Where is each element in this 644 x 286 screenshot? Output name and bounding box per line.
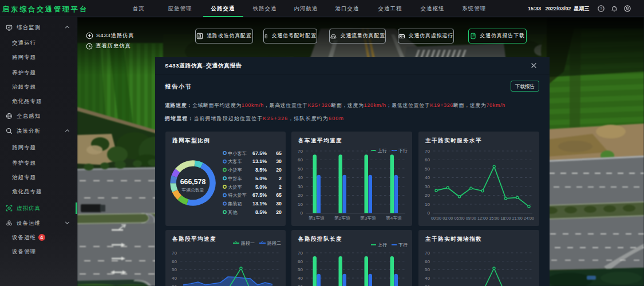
svg-text:10: 10 (425, 202, 430, 207)
svg-text:70: 70 (298, 149, 303, 154)
svg-text:大货车: 大货车 (228, 185, 242, 190)
svg-text:30: 30 (425, 184, 430, 189)
svg-text:其他: 其他 (228, 210, 238, 215)
svg-text:15:00: 15:00 (489, 216, 499, 221)
svg-text:5.0%: 5.0% (255, 184, 267, 190)
svg-text:小货车: 小货车 (228, 168, 242, 173)
svg-text:60: 60 (298, 157, 303, 162)
svg-text:13.1%: 13.1% (252, 201, 267, 206)
svg-text:10: 10 (298, 202, 303, 207)
svg-text:中货车: 中货车 (228, 176, 242, 181)
svg-text:60: 60 (425, 157, 430, 162)
svg-text:67.5%: 67.5% (252, 192, 267, 198)
svg-text:00:00: 00:00 (431, 216, 441, 221)
svg-text:0: 0 (428, 210, 430, 216)
svg-text:2: 2 (279, 184, 282, 190)
svg-text:40: 40 (298, 276, 303, 281)
svg-text:50: 50 (172, 267, 177, 272)
svg-text:09:00: 09:00 (466, 216, 476, 221)
svg-text:13.1%: 13.1% (252, 158, 267, 164)
svg-text:8.5%: 8.5% (255, 209, 267, 215)
svg-text:8.5%: 8.5% (255, 167, 267, 173)
svg-text:70: 70 (298, 251, 303, 256)
svg-text:0: 0 (301, 210, 303, 216)
svg-text:?: ? (600, 6, 602, 11)
svg-text:666,578: 666,578 (180, 178, 206, 186)
svg-text:集装箱: 集装箱 (228, 201, 242, 206)
svg-text:特大货车: 特大货车 (228, 193, 247, 198)
svg-text:30: 30 (276, 201, 282, 206)
svg-text:30: 30 (298, 184, 303, 189)
svg-text:40: 40 (298, 175, 303, 180)
svg-text:24:00: 24:00 (524, 216, 534, 221)
svg-text:18:00: 18:00 (501, 216, 511, 221)
svg-text:第4车道: 第4车道 (386, 216, 402, 221)
svg-text:20: 20 (276, 167, 282, 173)
svg-text:70: 70 (172, 251, 177, 256)
svg-text:65: 65 (276, 150, 282, 156)
svg-text:03:00: 03:00 (442, 216, 453, 221)
svg-text:60: 60 (298, 259, 303, 264)
svg-text:60: 60 (172, 259, 177, 264)
svg-text:车辆总数量: 车辆总数量 (181, 188, 204, 193)
svg-text:第3车道: 第3车道 (360, 216, 376, 221)
svg-text:大客车: 大客车 (228, 159, 242, 164)
svg-text:67.5%: 67.5% (252, 150, 267, 156)
svg-text:2: 2 (279, 176, 282, 181)
svg-text:60: 60 (425, 259, 430, 264)
svg-text:40: 40 (425, 175, 430, 180)
svg-text:20: 20 (425, 193, 430, 198)
svg-text:50: 50 (298, 267, 303, 272)
svg-text:50: 50 (425, 267, 430, 272)
svg-text:第2车道: 第2车道 (334, 216, 350, 221)
svg-text:第1车道: 第1车道 (309, 216, 325, 221)
svg-text:12:00: 12:00 (477, 216, 488, 221)
svg-text:中小客车: 中小客车 (228, 151, 247, 156)
svg-text:70: 70 (425, 251, 430, 256)
svg-text:20: 20 (298, 193, 303, 198)
svg-text:40: 40 (172, 276, 177, 281)
svg-text:50: 50 (298, 166, 303, 172)
svg-text:06:00: 06:00 (455, 216, 465, 221)
svg-text:20: 20 (276, 209, 282, 215)
svg-text:21:00: 21:00 (512, 216, 523, 221)
svg-text:30: 30 (276, 158, 282, 164)
svg-text:40: 40 (425, 276, 430, 281)
svg-text:65: 65 (276, 192, 282, 198)
svg-text:70: 70 (425, 149, 430, 154)
svg-text:50: 50 (425, 166, 430, 172)
svg-text:5.0%: 5.0% (255, 176, 267, 181)
